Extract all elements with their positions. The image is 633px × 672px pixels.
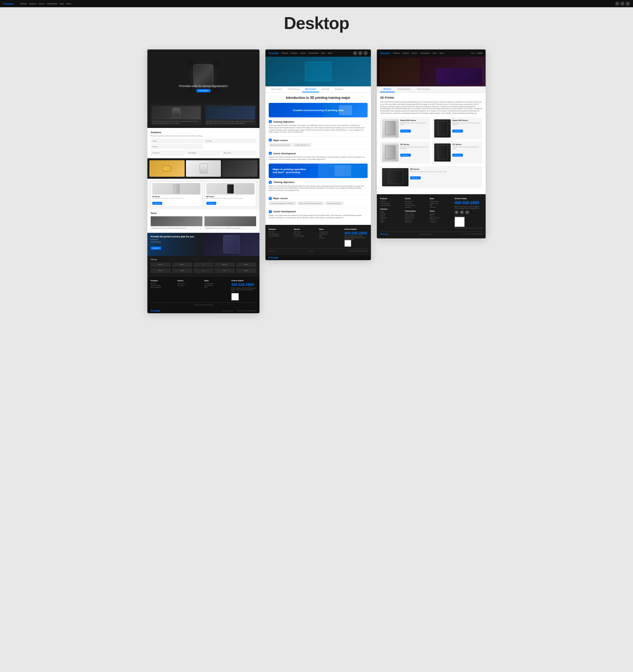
dental-row: [147, 158, 260, 179]
rapid600-button[interactable]: Read More: [400, 129, 411, 133]
cf-link[interactable]: FAQ: [319, 235, 343, 237]
cf-sitemap[interactable]: Sitemap: [309, 250, 314, 252]
right-nav-link[interactable]: Training Base: [420, 52, 430, 54]
rf-link[interactable]: Download: [430, 207, 453, 208]
partner-logos-row2: PERFECT D-MAP GE LOGO BRAND: [151, 268, 256, 273]
rf-link[interactable]: After Service: [405, 200, 428, 202]
solution-item[interactable]: Design: [151, 139, 203, 143]
cp-card-button[interactable]: Read More: [452, 154, 463, 157]
weibo-icon[interactable]: B: [460, 210, 464, 214]
sp-card-button[interactable]: Read More: [400, 154, 411, 157]
footer-link[interactable]: Technical Analysis: [151, 287, 176, 288]
sp-button[interactable]: Contact Us: [152, 202, 162, 205]
rf-link[interactable]: Contact Us: [430, 221, 453, 222]
cf-link[interactable]: Technical Support: [294, 235, 317, 237]
rf-products: Products 3D Printer Printing Supplies Te…: [380, 197, 403, 229]
footer-link[interactable]: Company News: [204, 283, 229, 284]
mp-button[interactable]: Contact Us: [206, 202, 216, 205]
tab-training-scheme[interactable]: Training Scheme: [285, 87, 303, 92]
wechat-icon[interactable]: W: [455, 210, 459, 214]
footer-link[interactable]: Download: [178, 285, 203, 286]
rf-link[interactable]: History: [430, 215, 453, 217]
center-nav-link[interactable]: News: [321, 52, 325, 54]
rf-link[interactable]: 3D Printer: [380, 200, 403, 202]
solution-item[interactable]: Architecture: [151, 151, 185, 155]
rf-link[interactable]: Major Positions: [405, 217, 428, 219]
tab-major-position[interactable]: Major Position: [302, 87, 319, 92]
tab-registration[interactable]: Registration: [332, 87, 346, 92]
solution-item[interactable]: Medical: [151, 144, 203, 149]
center-footer-grid: Products 3D Printer Printing Supplies Te…: [269, 228, 368, 247]
rf-link[interactable]: Dental: [380, 221, 403, 222]
rf-link[interactable]: Overview: [430, 213, 453, 215]
center-nav-link[interactable]: Training Base: [309, 52, 319, 54]
rf-link[interactable]: Job Offers: [430, 219, 453, 221]
tab-base-overview[interactable]: Base overview: [269, 87, 285, 92]
tab-technical-analysis[interactable]: Technical Analysis: [413, 87, 434, 92]
news-item-1: Actually explore service-oriented transf…: [151, 216, 202, 230]
cf-link[interactable]: After Service: [294, 231, 317, 233]
right-nav-link[interactable]: Service: [412, 52, 417, 54]
tab-printing-supplies[interactable]: Printing Supplies: [395, 87, 414, 92]
major-course-2-header: ⊞ Major course: [269, 197, 368, 200]
mp-card-machine: [388, 170, 403, 184]
rf-link[interactable]: Industry News: [430, 202, 453, 204]
rf-link[interactable]: Major Processors: [430, 217, 453, 219]
cf-link[interactable]: 3D Printer: [269, 231, 292, 233]
search-icon-center[interactable]: [353, 51, 357, 55]
rf-link[interactable]: Technical Support: [405, 205, 428, 206]
rf-link[interactable]: Download: [405, 207, 428, 208]
cf-link[interactable]: Download: [294, 233, 317, 235]
right-nav-link[interactable]: Products: [393, 52, 400, 54]
right-nav-link[interactable]: About: [439, 52, 444, 54]
rf-link[interactable]: Training Scheme: [405, 215, 428, 217]
center-nav-link[interactable]: Service: [300, 52, 306, 54]
lang-english[interactable]: English: [477, 52, 482, 54]
cf-link[interactable]: Industry News: [319, 233, 343, 235]
solution-item[interactable]: Prototype: [204, 139, 256, 143]
cf-link[interactable]: Company News: [319, 231, 343, 233]
service-button[interactable]: Know More: [151, 247, 161, 249]
rapid400-button[interactable]: Read More: [452, 129, 463, 133]
rf-link[interactable]: Medical: [380, 215, 403, 217]
linkedin-icon[interactable]: in: [465, 210, 469, 214]
tab-3d-printer[interactable]: 3D Printer: [380, 87, 395, 92]
career-2-section: ⊕ Career Development Engage in the speci…: [269, 210, 368, 219]
footer-link[interactable]: Industry News: [204, 285, 229, 286]
solution-item[interactable]: More Fields: [222, 151, 256, 155]
rf-link[interactable]: Registration: [405, 221, 428, 222]
tab-equipment[interactable]: Equipment: [319, 87, 332, 92]
mp-card-button[interactable]: Read More: [410, 176, 421, 179]
rf-link[interactable]: Post Service: [405, 202, 428, 204]
footer-link[interactable]: 3D Printer: [151, 283, 176, 284]
footer-link[interactable]: After Service: [178, 283, 203, 284]
rf-link[interactable]: Equipment: [405, 219, 428, 221]
lang-chinese[interactable]: 中文: [471, 52, 474, 54]
rf-link[interactable]: Jewelry: [380, 219, 403, 221]
right-nav: Prismlab Products Solutions Service Trai…: [377, 49, 486, 57]
cf-link[interactable]: Printing Supplies: [269, 233, 292, 235]
rf-link[interactable]: Base overview: [405, 213, 428, 215]
cf-link[interactable]: Download: [319, 237, 343, 239]
rf-link[interactable]: Printing Supplies: [380, 202, 403, 204]
rf-link[interactable]: Company News: [430, 200, 453, 202]
globe-icon-center[interactable]: [358, 51, 362, 55]
rf-link[interactable]: Prototype: [380, 213, 403, 215]
center-nav-link[interactable]: Products: [282, 52, 289, 54]
hero-button[interactable]: Know More: [196, 89, 210, 92]
solution-item[interactable]: Shoe Moulds: [186, 151, 221, 155]
rf-link[interactable]: CAD & Rim: [380, 217, 403, 219]
menu-icon-center[interactable]: [364, 51, 368, 55]
footer-link[interactable]: Printing Supplies: [151, 285, 176, 286]
cf-statement[interactable]: Statement: [269, 250, 275, 252]
cf-link[interactable]: Technical Support: [269, 235, 292, 237]
center-nav-link[interactable]: About: [328, 52, 332, 54]
right-nav-link[interactable]: News: [433, 52, 437, 54]
footer-link[interactable]: FAQ: [204, 287, 229, 288]
center-nav-link[interactable]: Solutions: [291, 52, 298, 54]
rf-link[interactable]: Design: [380, 211, 403, 213]
rf-news-title: News: [430, 197, 453, 199]
right-nav-link[interactable]: Solutions: [402, 52, 409, 54]
rf-link[interactable]: FAQ: [430, 205, 453, 206]
rf-link[interactable]: Technical Analysis: [380, 205, 403, 206]
